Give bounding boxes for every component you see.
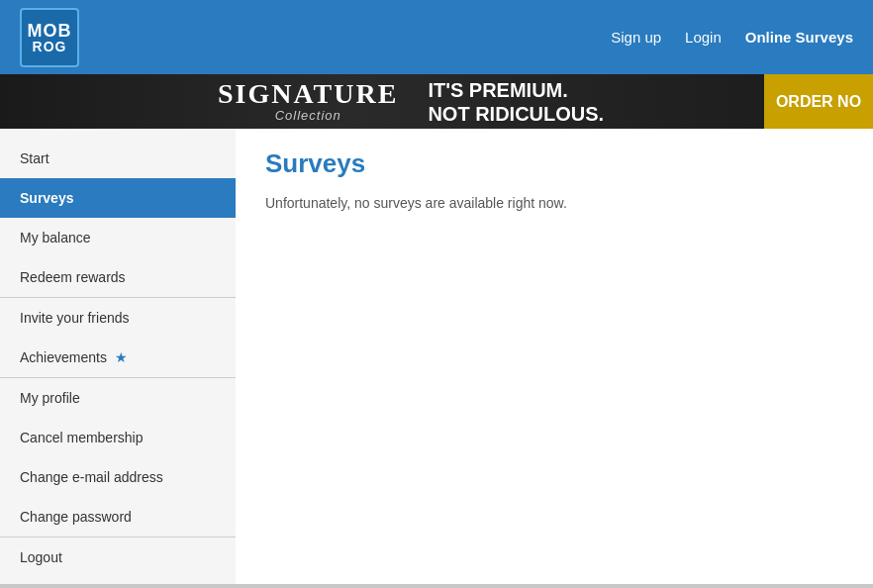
sidebar-item-logout[interactable]: Logout <box>0 538 236 577</box>
sidebar-item-invite-friends[interactable]: Invite your friends <box>0 298 236 338</box>
ad-left: SIGNATURE Collection <box>218 80 398 123</box>
ad-collection: Collection <box>218 108 398 123</box>
sidebar: Start Surveys My balance Redeem rewards … <box>0 129 236 584</box>
ad-tagline-1: IT'S PREMIUM. <box>428 78 604 102</box>
ad-banner: SIGNATURE Collection IT'S PREMIUM. NOT R… <box>0 74 873 129</box>
content-area: Surveys Unfortunately, no surveys are av… <box>236 129 873 584</box>
sidebar-item-cancel-membership[interactable]: Cancel membership <box>0 418 236 457</box>
ad-cta[interactable]: ORDER NO <box>764 74 873 129</box>
logo-mob: MOB <box>28 22 72 40</box>
sidebar-item-redeem-rewards[interactable]: Redeem rewards <box>0 257 236 297</box>
online-surveys-link[interactable]: Online Surveys <box>745 29 853 46</box>
sidebar-item-my-balance[interactable]: My balance <box>0 218 236 257</box>
logo-rog: ROG <box>33 40 67 53</box>
sidebar-item-start[interactable]: Start <box>0 139 236 178</box>
sidebar-item-surveys[interactable]: Surveys <box>0 178 236 218</box>
login-link[interactable]: Login <box>685 29 722 46</box>
sidebar-item-change-password[interactable]: Change password <box>0 497 236 537</box>
ad-tagline-2: NOT RIDICULOUS. <box>428 102 604 126</box>
logo[interactable]: MOB ROG <box>20 8 79 67</box>
signup-link[interactable]: Sign up <box>611 29 661 46</box>
main-container: Start Surveys My balance Redeem rewards … <box>0 129 873 584</box>
sidebar-item-my-profile[interactable]: My profile <box>0 378 236 418</box>
page-title: Surveys <box>265 148 843 179</box>
sidebar-item-change-email[interactable]: Change e-mail address <box>0 457 236 497</box>
ad-center: IT'S PREMIUM. NOT RIDICULOUS. <box>428 78 604 126</box>
top-nav: MOB ROG Sign up Login Online Surveys <box>0 0 873 74</box>
ad-signature: SIGNATURE <box>218 80 398 108</box>
sidebar-item-achievements[interactable]: Achievements ★ <box>0 338 236 377</box>
page-message: Unfortunately, no surveys are available … <box>265 195 843 211</box>
star-icon: ★ <box>115 349 128 365</box>
nav-links: Sign up Login Online Surveys <box>611 29 853 46</box>
